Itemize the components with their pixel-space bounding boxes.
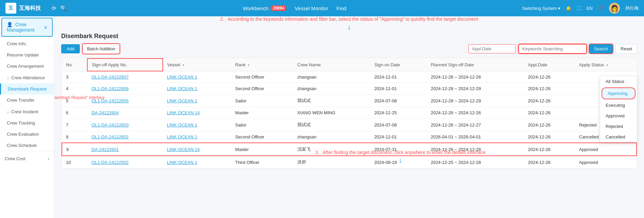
dd-approved[interactable]: Approved xyxy=(600,111,637,121)
sidebar-item-crew-incident[interactable]: ↓ Crew Incident xyxy=(0,106,54,117)
cell-crew-name: zhangsan xyxy=(293,71,370,83)
cell-vessel[interactable]: LINK OCEAN 1 xyxy=(163,83,231,95)
nav-center: Workbench 28894 Vessel Monitor Find xyxy=(67,5,522,11)
cell-no: 3 xyxy=(62,71,87,83)
sidebar-crew-cost[interactable]: Crew Cost › xyxy=(0,153,54,165)
reset-button[interactable]: Reset xyxy=(615,44,637,54)
cell-vessel[interactable]: LINK OCEAN 1 xyxy=(163,131,231,143)
expand-icon[interactable]: ⛶ xyxy=(577,6,581,11)
sidebar-crew-management-group: 👤 Crew Management ∨ Crew Info. Resume Up… xyxy=(0,18,54,151)
search-button[interactable]: Search xyxy=(589,44,613,53)
dd-cancelled[interactable]: Cancelled xyxy=(600,132,637,142)
cell-planned-sign-off-date: 2024-12-26 ~ 2024-12-26 xyxy=(427,71,524,83)
sidebar-item-crew-attendance[interactable]: ↓ Crew Attendance xyxy=(0,72,54,83)
dd-all-status[interactable]: All Status xyxy=(600,76,637,87)
workbench-label: Workbench xyxy=(243,5,268,11)
cell-sign-on-date: 2024-07-08 xyxy=(370,119,427,131)
lang-selector[interactable]: EN xyxy=(587,6,593,11)
cell-rank: Second Officer xyxy=(231,131,293,143)
cell-vessel[interactable]: LINK OCEAN 14 xyxy=(163,107,231,119)
cell-vessel[interactable]: LINK OCEAN 1 xyxy=(163,156,231,169)
cell-sign-off-apply-no[interactable]: DA-24122601 xyxy=(87,143,163,156)
switching-system[interactable]: Switching System ▾ xyxy=(522,6,560,11)
dd-executing[interactable]: Executing xyxy=(600,100,637,111)
top-nav: 互 互海科技 ⟳ 🔍 Workbench 28894 Vessel Monito… xyxy=(0,0,644,16)
table-row[interactable]: 7 OL1-DA-24122603 LINK OCEAN 1 Sailor 我试… xyxy=(62,119,637,131)
cell-sign-off-apply-no[interactable]: OL1-DA-24122602 xyxy=(87,131,163,143)
cell-sign-off-apply-no[interactable]: OL1-DA-24122603 xyxy=(87,119,163,131)
table-row[interactable]: 8 OL1-DA-24122602 LINK OCEAN 1 Second Of… xyxy=(62,131,637,143)
step2-annotation-container: 2、According to the keywords information … xyxy=(54,16,644,31)
table-header-row: No. Sign-off Apply No. Vessel ▾ Rank ▾ C… xyxy=(62,58,637,71)
sidebar-item-crew-transfer[interactable]: Crew Transfer xyxy=(0,95,54,106)
cell-planned-sign-off-date: 2024-12-28 ~ 2024-12-29 xyxy=(427,95,524,107)
help-icon[interactable]: ❓ xyxy=(598,6,604,11)
crew-cost-chevron: › xyxy=(48,156,49,161)
table-row[interactable]: 5 OL1-DA-24122605 LINK OCEAN 1 Sailor 我试… xyxy=(62,95,637,107)
table-body: 3 OL1-DA-24122607 LINK OCEAN 1 Second Of… xyxy=(62,71,637,169)
sidebar-item-resume-update[interactable]: Resume Update xyxy=(0,49,54,61)
cell-vessel[interactable]: LINK OCEAN 1 xyxy=(163,71,231,83)
find-link[interactable]: Find xyxy=(336,5,346,11)
switching-label: Switching System xyxy=(522,6,557,11)
cell-vessel[interactable]: LINK OCEAN 1 xyxy=(163,119,231,131)
col-apply-status[interactable]: Apply Status ▾ xyxy=(575,58,637,71)
toolbar: Add Batch Addition Search Reset xyxy=(61,44,637,54)
cell-no: 7 xyxy=(62,119,87,131)
sidebar-item-crew-info[interactable]: Crew Info. xyxy=(0,38,54,49)
table-row[interactable]: 3 OL1-DA-24122607 LINK OCEAN 1 Second Of… xyxy=(62,71,637,83)
dd-rejected[interactable]: Rejected xyxy=(600,121,637,132)
search-icon[interactable]: 🔍 xyxy=(60,5,67,12)
cell-planned-sign-off-date: 2024-12-26 ~ 2024-12-27 xyxy=(427,119,524,131)
apply-status-dropdown[interactable]: All Status Approving Executing Approved … xyxy=(600,76,637,142)
avatar[interactable]: 👩 xyxy=(609,3,620,14)
table-row[interactable]: 4 OL1-DA-24122606 LINK OCEAN 1 Second Of… xyxy=(62,83,637,95)
notification-icon[interactable]: 🔔 xyxy=(566,6,571,11)
cell-appl-date: 2024-12-26 xyxy=(524,131,575,143)
logo-area: 互 互海科技 xyxy=(5,3,46,14)
workbench-nav[interactable]: Workbench 28894 xyxy=(243,5,286,11)
cell-sign-off-apply-no[interactable]: DA-24122604 xyxy=(87,107,163,119)
dd-approving[interactable]: Approving xyxy=(602,87,636,99)
cell-rank: Second Officer xyxy=(231,71,293,83)
cell-vessel[interactable]: LINK OCEAN 14 xyxy=(163,143,231,156)
cell-sign-on-date: 2024-12-01 xyxy=(370,83,427,95)
table-row[interactable]: 6 DA-24122604 LINK OCEAN 14 Master XIANG… xyxy=(62,107,637,119)
cell-rank: Sailor xyxy=(231,119,293,131)
cell-sign-off-apply-no[interactable]: OL1-DA-24122606 xyxy=(87,83,163,95)
cell-crew-name: 洪舒 xyxy=(293,156,370,169)
cell-sign-on-date: 2024-07-31 xyxy=(370,143,427,156)
cell-sign-on-date: 2024-12-01 xyxy=(370,71,427,83)
cell-sign-off-apply-no[interactable]: OL1-DA-24122605 xyxy=(87,95,163,107)
cell-planned-sign-off-date: 2024-12-28 ~ 2024-12-29 xyxy=(427,83,524,95)
cell-appl-date: 2024-12-26 xyxy=(524,119,575,131)
switching-chevron: ▾ xyxy=(558,6,560,11)
table-row[interactable]: 10 OL1-DA-24122502 LINK OCEAN 1 Third Of… xyxy=(62,156,637,169)
add-button[interactable]: Add xyxy=(61,44,80,53)
col-rank: Rank ▾ xyxy=(231,58,293,71)
cell-sign-off-apply-no[interactable]: OL1-DA-24122607 xyxy=(87,71,163,83)
cell-rank: Sailor xyxy=(231,95,293,107)
sidebar-item-disembark-request[interactable]: Disembark Request xyxy=(0,83,54,95)
sidebar-crew-management-header[interactable]: 👤 Crew Management ∨ xyxy=(1,18,53,37)
home-icon[interactable]: ⟳ xyxy=(52,5,56,12)
cell-appl-date: 2024-12-26 xyxy=(524,107,575,119)
cell-appl-date: 2024-12-26 xyxy=(524,95,575,107)
cell-sign-off-apply-no[interactable]: OL1-DA-24122502 xyxy=(87,156,163,169)
keywords-input[interactable] xyxy=(519,44,587,53)
cell-no: 5 xyxy=(62,95,87,107)
sidebar-item-crew-tracking[interactable]: Crew Tracking xyxy=(0,117,54,129)
cell-crew-name: zhangsan xyxy=(293,83,370,95)
workbench-badge: 28894 xyxy=(271,5,286,11)
batch-addition-button[interactable]: Batch Addition xyxy=(83,44,120,54)
table-row[interactable]: 9 DA-24122601 LINK OCEAN 14 Master 沈富飞 2… xyxy=(62,143,637,156)
appl-date-input[interactable] xyxy=(468,44,516,53)
cell-appl-date: 2024-12-26 xyxy=(524,156,575,169)
sidebar-item-crew-schedule[interactable]: Crew Schedule xyxy=(0,140,54,151)
vessel-monitor-link[interactable]: Vessel Monitor xyxy=(295,5,328,11)
sidebar-item-crew-arrangement[interactable]: Crew Arrangement xyxy=(0,61,54,72)
sidebar-item-crew-evaluation[interactable]: Crew Evaluation xyxy=(0,129,54,140)
col-sign-on-date: Sign-on Date xyxy=(370,58,427,71)
cell-vessel[interactable]: LINK OCEAN 1 xyxy=(163,95,231,107)
disembark-table: No. Sign-off Apply No. Vessel ▾ Rank ▾ C… xyxy=(62,58,637,169)
